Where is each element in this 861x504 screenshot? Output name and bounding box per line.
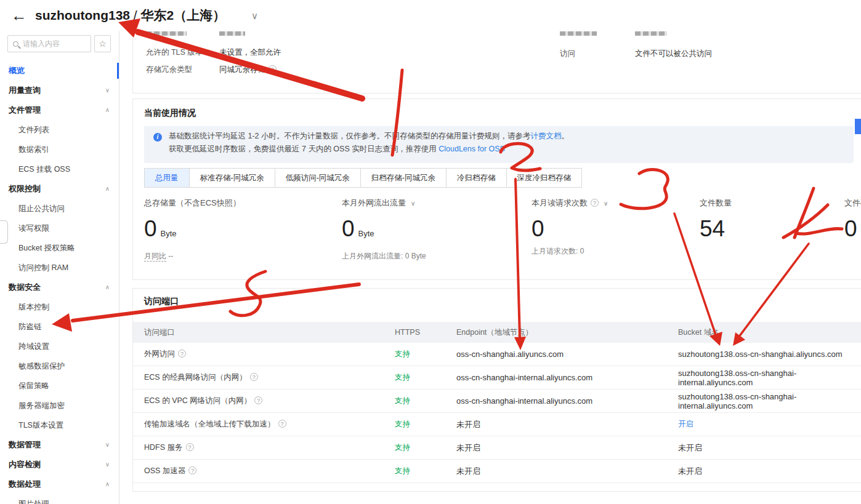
sidebar-item-content-moderation[interactable]: 内容检测∨ xyxy=(0,455,119,474)
chevron-down-icon[interactable]: ∨ xyxy=(604,200,608,207)
help-icon[interactable]: ? xyxy=(278,420,286,428)
search-input[interactable] xyxy=(23,39,84,48)
https-supported: 支持 xyxy=(395,349,456,359)
col-https: HTTPS xyxy=(395,328,456,337)
clipped-row-fragment xyxy=(560,31,597,36)
https-supported: 支持 xyxy=(395,396,456,406)
col-port: 访问端口 xyxy=(144,327,395,338)
chevron-up-icon: ∧ xyxy=(105,278,110,297)
ports-section-title: 访问端口 xyxy=(144,296,179,307)
cloudlens-link[interactable]: CloudLens for OSS xyxy=(439,145,505,153)
page-title: suzhoutong138 / 华东2（上海） xyxy=(35,7,225,24)
stat-value: 0Byte xyxy=(144,217,241,246)
favorite-button[interactable]: ☆ xyxy=(94,35,111,52)
enable-transfer-acceleration-link[interactable]: 开启 xyxy=(678,419,861,430)
sidebar-item-image-processing[interactable]: 图片处理 xyxy=(0,494,119,504)
back-icon[interactable]: ← xyxy=(11,6,27,25)
stat-value: 54 xyxy=(700,217,732,241)
help-icon[interactable]: ? xyxy=(250,373,258,381)
stat-value: 0 xyxy=(844,217,861,241)
tls-version-label: 允许的 TLS 版本 xyxy=(146,47,203,58)
stat-label: 总存储量（不含ECS快照） xyxy=(144,198,241,210)
drawer-handle[interactable] xyxy=(0,220,8,244)
sidebar-item-data-management[interactable]: 数据管理∨ xyxy=(0,435,119,455)
stat-subtext: 月同比 -- xyxy=(144,251,241,262)
notice-line-1: 基础数据统计平均延迟 1-2 小时。不作为计量数据，仅作参考。不同存储类型的存储… xyxy=(169,131,569,142)
sidebar-item-hotlink-protection[interactable]: 防盗链 xyxy=(0,317,119,337)
sidebar-menu: 概览 用量查询∨ 文件管理∧ 文件列表 数据索引 ECS 挂载 OSS 权限控制… xyxy=(0,61,119,504)
sidebar-item-ecs-mount-oss[interactable]: ECS 挂载 OSS xyxy=(0,159,119,179)
tab-ia-zrs[interactable]: 低频访问-同城冗余 xyxy=(275,168,361,188)
sidebar-item-permission-control[interactable]: 权限控制∧ xyxy=(0,179,119,199)
tab-deep-cold-archive[interactable]: 深度冷归档存储 xyxy=(506,168,583,188)
bucket-domain-value: 未开启 xyxy=(678,466,861,477)
port-name: 传输加速域名（全地域上传下载加速）? xyxy=(144,419,395,430)
sidebar-item-ram-access-control[interactable]: 访问控制 RAM xyxy=(0,258,119,278)
page-header: ← suzhoutong138 / 华东2（上海） ∨ xyxy=(0,0,861,31)
bucket-domain-value: suzhoutong138.oss-cn-shanghai-internal.a… xyxy=(678,392,861,410)
sidebar-item-data-index[interactable]: 数据索引 xyxy=(0,140,119,159)
sidebar-item-server-side-encryption[interactable]: 服务器端加密 xyxy=(0,396,119,415)
clipped-row-fragment xyxy=(146,31,187,36)
port-name: HDFS 服务? xyxy=(144,442,395,453)
help-icon[interactable]: ? xyxy=(591,199,599,207)
sidebar-item-bucket-policy[interactable]: Bucket 授权策略 xyxy=(0,238,119,258)
help-icon[interactable]: ? xyxy=(254,396,262,404)
sidebar-item-retention-policy[interactable]: 保留策略 xyxy=(0,376,119,396)
tab-cold-archive[interactable]: 冷归档存储 xyxy=(446,168,507,188)
sidebar-item-usage-query[interactable]: 用量查询∨ xyxy=(0,81,119,100)
sidebar-item-read-write-permission[interactable]: 读写权限 xyxy=(0,218,119,238)
endpoint-value: 未开启 xyxy=(456,442,678,454)
tab-standard-zrs[interactable]: 标准存储-同城冗余 xyxy=(189,168,275,188)
table-row: 外网访问? 支持 oss-cn-shanghai.aliyuncs.com su… xyxy=(133,343,861,366)
notice-line-2: 获取更低延迟时序数据，免费提供最近 7 天内的 OSS 实时日志查询，推荐使用 … xyxy=(169,144,505,154)
search-box[interactable] xyxy=(7,35,91,52)
port-name: 外网访问? xyxy=(144,349,395,359)
help-icon[interactable]: ? xyxy=(186,443,194,451)
table-row: OSS 加速器? 支持 未开启 未开启 xyxy=(133,460,861,483)
redundancy-type-value: 同城冗余存储? xyxy=(219,65,277,75)
https-supported: 支持 xyxy=(395,419,456,430)
sidebar-item-file-list[interactable]: 文件列表 xyxy=(0,120,119,140)
help-icon[interactable]: ? xyxy=(188,466,196,474)
table-row: ECS 的 VPC 网络访问（内网）? 支持 oss-cn-shanghai-i… xyxy=(133,390,861,413)
bucket-domain-value: suzhoutong138.oss-cn-shanghai-internal.a… xyxy=(678,369,861,387)
tab-archive-zrs[interactable]: 归档存储-同城冗余 xyxy=(360,168,447,188)
sidebar-item-tls-version[interactable]: TLS版本设置 xyxy=(0,415,119,435)
bucket-name: suzhoutong138 xyxy=(35,8,130,22)
sidebar-item-data-processing[interactable]: 数据处理∧ xyxy=(0,474,119,494)
sidebar-item-block-public-access[interactable]: 阻止公共访问 xyxy=(0,199,119,218)
help-icon[interactable]: ? xyxy=(178,350,186,358)
https-supported: 支持 xyxy=(395,466,456,476)
stat-label: 本月读请求次数?∨ xyxy=(532,198,608,210)
clipped-row-fragment xyxy=(635,31,667,36)
chevron-down-icon: ∨ xyxy=(105,435,110,455)
stat-label: 本月外网流出流量∨ xyxy=(342,198,426,210)
stat-label: 文件碎片 xyxy=(844,198,861,210)
sidebar-item-file-management[interactable]: 文件管理∧ xyxy=(0,100,119,120)
sidebar-item-cors[interactable]: 跨域设置 xyxy=(0,337,119,356)
chevron-down-icon[interactable]: ∨ xyxy=(411,200,415,207)
col-endpoint: Endpoint（地域节点） xyxy=(456,327,678,338)
floating-panel-handle[interactable] xyxy=(855,119,861,134)
chevron-up-icon: ∧ xyxy=(105,100,110,120)
ports-table-body: 外网访问? 支持 oss-cn-shanghai.aliyuncs.com su… xyxy=(133,343,861,483)
help-icon[interactable]: ? xyxy=(269,65,277,73)
bucket-region: 华东2（上海） xyxy=(141,8,226,22)
tab-total-usage[interactable]: 总用量 xyxy=(144,168,190,188)
endpoint-value: oss-cn-shanghai-internal.aliyuncs.com xyxy=(456,396,678,406)
sidebar-item-data-security[interactable]: 数据安全∧ xyxy=(0,278,119,297)
table-row: HDFS 服务? 支持 未开启 未开启 xyxy=(133,436,861,460)
col-bucket-domain: Bucket 域名 xyxy=(678,327,861,338)
chevron-down-icon: ∨ xyxy=(105,81,110,100)
sidebar-item-overview[interactable]: 概览 xyxy=(0,61,119,81)
sidebar-item-sensitive-data-protection[interactable]: 敏感数据保护 xyxy=(0,356,119,376)
bucket-domain-value: 未开启 xyxy=(678,442,861,454)
sidebar-item-versioning[interactable]: 版本控制 xyxy=(0,297,119,317)
search-icon xyxy=(13,41,18,47)
chevron-down-icon[interactable]: ∨ xyxy=(251,10,258,22)
access-label: 访问 xyxy=(560,49,575,59)
ports-panel: 访问端口 访问端口 HTTPS Endpoint（地域节点） Bucket 域名… xyxy=(132,288,861,492)
tls-version-value: 未设置，全部允许 xyxy=(219,47,281,58)
billing-doc-link[interactable]: 计费文档 xyxy=(531,132,562,140)
